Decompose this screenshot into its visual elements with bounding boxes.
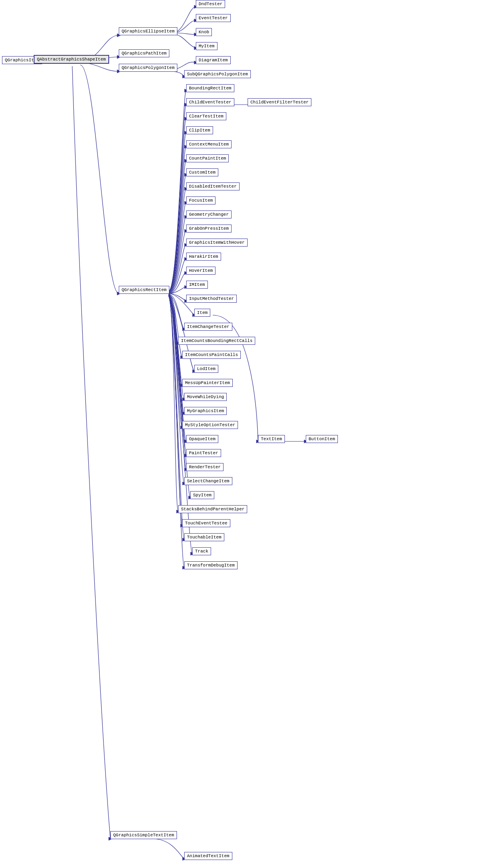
node-SubQGraphicsPolygonItem[interactable]: SubQGraphicsPolygonItem: [184, 70, 251, 78]
node-SpyItem[interactable]: SpyItem: [190, 491, 214, 499]
node-QGraphicsPathItem[interactable]: QGraphicsPathItem: [119, 49, 169, 57]
node-DisabledItemTester[interactable]: DisabledItemTester: [186, 182, 240, 190]
node-HoverItem[interactable]: HoverItem: [186, 267, 215, 275]
node-MessUpPainterItem[interactable]: MessUpPainterItem: [182, 379, 233, 387]
node-ItemChangeTester[interactable]: ItemChangeTester: [184, 323, 232, 331]
node-LodItem[interactable]: LodItem: [194, 365, 218, 373]
node-IMItem[interactable]: IMItem: [186, 281, 208, 289]
node-QGraphicsRectItem[interactable]: QGraphicsRectItem: [119, 286, 169, 294]
node-OpaqueItem[interactable]: OpaqueItem: [186, 435, 218, 443]
node-FocusItem[interactable]: FocusItem: [186, 196, 215, 204]
node-AnimatedTextItem[interactable]: AnimatedTextItem: [184, 852, 232, 860]
node-MoveWhileDying[interactable]: MoveWhileDying: [184, 393, 227, 401]
node-MyItem[interactable]: MyItem: [196, 42, 217, 50]
node-CountPaintItem[interactable]: CountPaintItem: [186, 154, 229, 162]
node-ChildEventFilterTester[interactable]: ChildEventFilterTester: [248, 98, 311, 106]
arrows-svg: [0, 0, 502, 868]
node-QAbstractGraphicsShapeItem[interactable]: QAbstractGraphicsShapeItem: [34, 55, 109, 64]
node-MyGraphicsItem[interactable]: MyGraphicsItem: [184, 407, 227, 415]
node-QGraphicsPolygonItem[interactable]: QGraphicsPolygonItem: [119, 64, 177, 72]
node-SelectChangeItem[interactable]: SelectChangeItem: [184, 477, 232, 485]
node-ItemCountsPaintCalls[interactable]: ItemCountsPaintCalls: [182, 351, 241, 359]
node-ButtonItem[interactable]: ButtonItem: [306, 435, 338, 443]
node-ContextMenuItem[interactable]: ContextMenuItem: [186, 140, 232, 148]
node-TransformDebugItem[interactable]: TransformDebugItem: [184, 561, 238, 569]
node-Item[interactable]: Item: [194, 309, 210, 317]
node-RenderTester[interactable]: RenderTester: [186, 463, 224, 471]
node-StacksBehindParentHelper[interactable]: StacksBehindParentHelper: [178, 505, 247, 513]
node-ClearTestItem[interactable]: ClearTestItem: [186, 112, 226, 120]
node-HarakirItem[interactable]: HarakirItem: [186, 253, 221, 261]
node-QGraphicsSimpleTextItem[interactable]: QGraphicsSimpleTextItem: [110, 831, 177, 839]
node-CustomItem[interactable]: CustomItem: [186, 168, 218, 176]
node-QGraphicsEllipseItem[interactable]: QGraphicsEllipseItem: [119, 27, 177, 35]
node-GrabOnPressItem[interactable]: GrabOnPressItem: [186, 225, 232, 233]
node-MyStyleOptionTester[interactable]: MyStyleOptionTester: [182, 421, 238, 429]
node-Knob[interactable]: Knob: [196, 28, 212, 36]
diagram-container: QGraphicsItem QAbstractGraphicsShapeItem…: [0, 0, 502, 868]
node-TouchEventTestee[interactable]: TouchEventTestee: [182, 519, 230, 527]
node-TextItem[interactable]: TextItem: [258, 435, 285, 443]
node-EventTester[interactable]: EventTester: [196, 14, 231, 22]
node-BoundingRectItem[interactable]: BoundingRectItem: [186, 84, 234, 92]
node-ClipItem[interactable]: ClipItem: [186, 126, 213, 134]
node-PaintTester[interactable]: PaintTester: [186, 449, 221, 457]
node-TouchableItem[interactable]: TouchableItem: [184, 533, 224, 541]
node-InputMethodTester[interactable]: InputMethodTester: [186, 295, 237, 303]
node-GraphicsItemWithHover[interactable]: GraphicsItemWithHover: [186, 239, 248, 247]
node-DiagramItem[interactable]: DiagramItem: [196, 56, 231, 64]
node-DndTester[interactable]: DndTester: [196, 0, 225, 8]
node-ChildEventTester[interactable]: ChildEventTester: [186, 98, 234, 106]
node-Track[interactable]: Track: [192, 547, 211, 555]
node-GeometryChanger[interactable]: GeometryChanger: [186, 210, 232, 219]
node-ItemCountsBoundingRectCalls[interactable]: ItemCountsBoundingRectCalls: [178, 337, 255, 345]
